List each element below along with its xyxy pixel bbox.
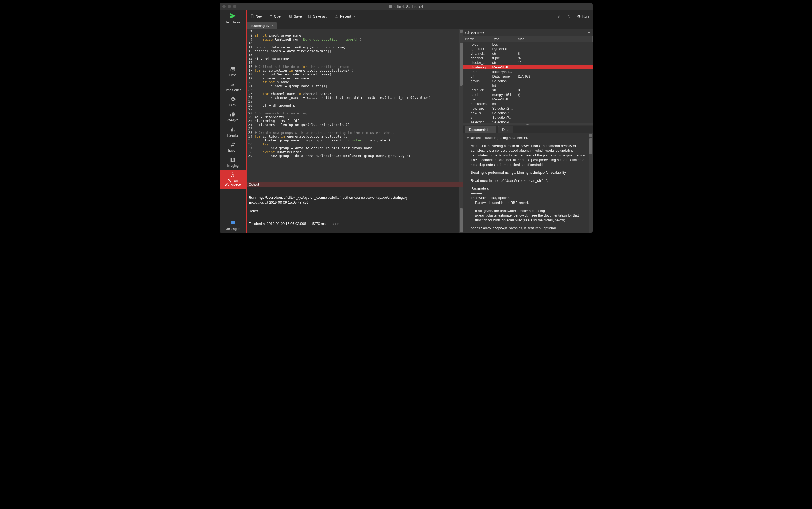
output-scrollbar[interactable] bbox=[459, 187, 463, 233]
message-icon bbox=[230, 220, 236, 226]
doc-text: bandwidth : float, optional bbox=[471, 196, 589, 200]
recent-button[interactable]: Recent▼ bbox=[334, 14, 355, 18]
new-button[interactable]: New bbox=[250, 14, 263, 18]
minimize-icon[interactable] bbox=[228, 5, 231, 8]
col-name[interactable]: Name bbox=[463, 36, 490, 42]
clock-icon bbox=[334, 14, 339, 18]
sidebar: Templates Data Time Series DRS QA/QC Res… bbox=[220, 10, 247, 233]
doc-scrollbar[interactable] bbox=[589, 133, 593, 233]
close-icon[interactable]: ✕ bbox=[271, 24, 274, 28]
code-editor[interactable]: 7891011121314151617181920212223242526272… bbox=[247, 29, 463, 181]
app-window: iolite 4: Gabbro.io4 Templates Data Time… bbox=[220, 3, 593, 233]
col-type[interactable]: Type bbox=[490, 36, 516, 42]
reload-button[interactable] bbox=[567, 14, 571, 18]
tree-row[interactable]: new_sSelectionPyIn… bbox=[463, 111, 593, 115]
sidebar-item-drs[interactable]: DRS bbox=[220, 94, 246, 109]
tree-row[interactable]: clusteringMeanShift bbox=[463, 65, 593, 69]
save-button[interactable]: Save bbox=[288, 14, 302, 18]
tree-row[interactable]: selectionSelectionPyIn… bbox=[463, 120, 593, 123]
tree-row[interactable]: groupSelectionGro… bbox=[463, 79, 593, 83]
tree-row[interactable]: dfDataFrame(17, 97) bbox=[463, 74, 593, 79]
open-button[interactable]: Open bbox=[269, 14, 283, 18]
thumbs-up-icon bbox=[230, 111, 236, 117]
sidebar-item-python[interactable]: Python Workspace bbox=[220, 170, 246, 189]
sidebar-label: DRS bbox=[230, 103, 236, 107]
tab-data[interactable]: Data bbox=[498, 126, 514, 133]
doc-text: seeds : array, shape=[n_samples, n_featu… bbox=[471, 226, 589, 231]
chevron-down-icon: ▼ bbox=[353, 15, 355, 18]
right-pane: Object tree ▲ Name Type Size IologLogQIn… bbox=[463, 29, 593, 233]
doc-text: Mean shift clustering aims to discover "… bbox=[471, 143, 589, 167]
tree-row[interactable]: channel_n…str8 bbox=[463, 51, 593, 56]
sidebar-item-templates[interactable]: Templates bbox=[220, 10, 246, 26]
editor-scrollbar[interactable] bbox=[459, 29, 463, 181]
output-evaluated: Evaluated at 2019-08-09 15:05:48.726 bbox=[249, 200, 461, 205]
col-size[interactable]: Size bbox=[516, 36, 593, 42]
tree-row[interactable]: cluster_gr…str12 bbox=[463, 60, 593, 65]
doc-text: If not given, the bandwidth is estimated… bbox=[475, 208, 589, 223]
sort-icon[interactable]: ▲ bbox=[588, 30, 591, 33]
output-running-label: Running: bbox=[249, 196, 264, 200]
save-icon bbox=[288, 14, 292, 18]
editor-pane: 7891011121314151617181920212223242526272… bbox=[247, 29, 463, 233]
database-icon bbox=[230, 66, 236, 72]
sidebar-label: Data bbox=[230, 73, 236, 77]
eraser-button[interactable] bbox=[558, 14, 561, 18]
saveas-button[interactable]: Save as... bbox=[308, 14, 329, 18]
app-body: Templates Data Time Series DRS QA/QC Res… bbox=[220, 10, 593, 233]
tree-row[interactable]: iint bbox=[463, 83, 593, 88]
tree-row[interactable]: QInputDial…PythonQt.Pyt… bbox=[463, 46, 593, 51]
sidebar-label: Python Workspace bbox=[220, 179, 246, 186]
window-controls bbox=[222, 5, 236, 8]
eraser-icon bbox=[558, 14, 561, 18]
run-button[interactable]: Run bbox=[577, 14, 589, 18]
tree-resize-handle[interactable]: ····· bbox=[463, 123, 593, 126]
sidebar-label: Templates bbox=[225, 21, 240, 24]
close-icon[interactable] bbox=[222, 5, 225, 8]
tree-row[interactable]: n_clustersint bbox=[463, 102, 593, 106]
tree-rows: IologLogQInputDial…PythonQt.Pyt…channel_… bbox=[463, 42, 593, 123]
tab-documentation[interactable]: Documentation bbox=[465, 126, 496, 133]
zoom-icon[interactable] bbox=[233, 5, 236, 8]
sidebar-label: QA/QC bbox=[227, 118, 238, 122]
sidebar-item-messages[interactable]: Messages bbox=[220, 218, 246, 233]
chart-area-icon bbox=[230, 81, 236, 87]
output-finished: Finished at 2019-08-09 15:06:03.996 -- 1… bbox=[249, 222, 461, 226]
output-done: Done! bbox=[249, 209, 461, 213]
tree-row[interactable]: msMeanShift bbox=[463, 97, 593, 102]
tree-row[interactable]: sSelectionPyIn… bbox=[463, 115, 593, 120]
tree-row[interactable]: input_gro…str3 bbox=[463, 88, 593, 92]
tab-clustering[interactable]: clustering.py ✕ bbox=[247, 22, 277, 29]
tree-row[interactable]: dataIolitePythonIn… bbox=[463, 69, 593, 74]
output-running-path: /Users/bence/iolite4_xyz/python_examples… bbox=[264, 196, 408, 200]
tab-label: clustering.py bbox=[250, 24, 270, 28]
tree-row[interactable]: IologLog bbox=[463, 42, 593, 46]
sidebar-label: Export bbox=[228, 149, 238, 152]
doc-text: Parameters bbox=[471, 186, 589, 191]
doc-body: Mean shift clustering using a flat kerne… bbox=[463, 133, 593, 233]
sidebar-item-qaqc[interactable]: QA/QC bbox=[220, 109, 246, 125]
app-icon bbox=[389, 5, 392, 8]
tree-row[interactable]: new_groupSelectionGro… bbox=[463, 106, 593, 111]
sidebar-item-results[interactable]: Results bbox=[220, 125, 246, 139]
gear-icon bbox=[577, 14, 581, 18]
sidebar-item-imaging[interactable]: Imaging bbox=[220, 155, 246, 170]
code-content[interactable]: if not input_group_name: raise RuntimeEr… bbox=[253, 29, 459, 181]
sidebar-label: Imaging bbox=[227, 164, 239, 168]
sidebar-item-timeseries[interactable]: Time Series bbox=[220, 79, 246, 94]
sidebar-item-data[interactable]: Data bbox=[220, 64, 246, 79]
doc-text: Mean shift clustering using a flat kerne… bbox=[467, 135, 589, 140]
sidebar-item-export[interactable]: Export bbox=[220, 139, 246, 155]
window-title: iolite 4: Gabbro.io4 bbox=[389, 5, 423, 9]
folder-open-icon bbox=[269, 14, 273, 18]
tree-row[interactable]: channel_n…tuple97 bbox=[463, 56, 593, 60]
titlebar: iolite 4: Gabbro.io4 bbox=[220, 3, 593, 10]
tree-row[interactable]: labelnumpy.int64() bbox=[463, 92, 593, 97]
sidebar-label: Messages bbox=[225, 227, 240, 231]
doc-text: ---------- bbox=[471, 191, 589, 196]
doc-text: Bandwidth used in the RBF kernel. bbox=[475, 200, 589, 205]
map-icon bbox=[230, 157, 236, 163]
line-gutter: 7891011121314151617181920212223242526272… bbox=[247, 29, 253, 181]
doc-tabbar: Documentation Data bbox=[463, 126, 593, 133]
save-as-icon bbox=[308, 14, 312, 18]
